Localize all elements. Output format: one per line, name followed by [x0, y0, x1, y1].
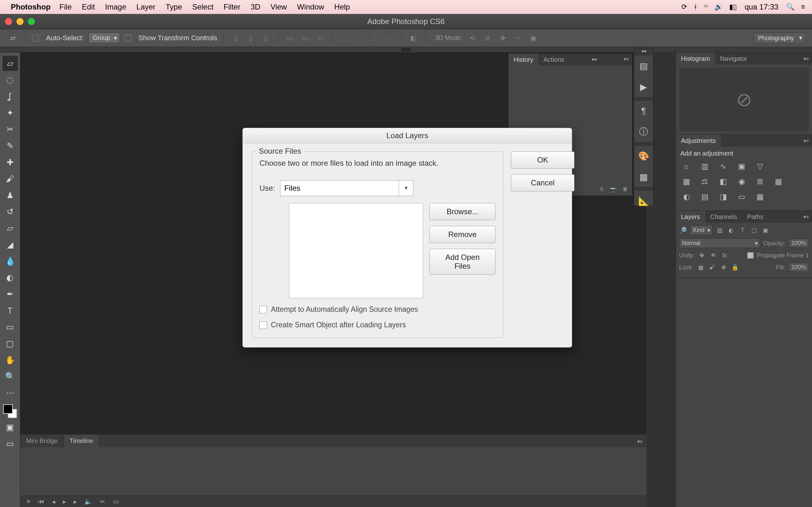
tool-eyedropper[interactable]: ✎ — [3, 138, 18, 153]
tool-eraser[interactable]: ▱ — [3, 221, 18, 236]
unify-visibility-icon[interactable]: 👁 — [709, 251, 717, 260]
adj-selective-color-icon[interactable]: ▦ — [754, 191, 766, 203]
file-list[interactable] — [289, 203, 423, 298]
timeline-prev-frame-icon[interactable]: ◂ — [52, 498, 55, 505]
align-right-icon[interactable]: ▯ — [261, 33, 271, 43]
menu-select[interactable]: Select — [192, 3, 213, 11]
tool-gradient[interactable]: ◢ — [3, 237, 18, 252]
tab-mini-bridge[interactable]: Mini Bridge — [20, 435, 64, 447]
timeline-options-icon[interactable]: ≡ — [27, 498, 31, 505]
dock-collapse-icon[interactable]: ◂◂ — [634, 48, 653, 55]
menu-type[interactable]: Type — [165, 3, 182, 11]
menubar-clock[interactable]: qua 17:33 — [745, 3, 778, 11]
3d-roll-icon[interactable]: ⊘ — [482, 33, 493, 43]
workspace-switcher[interactable]: Photography — [753, 32, 806, 44]
layers-panel-menu-icon[interactable]: ▾≡ — [800, 212, 812, 222]
adj-color-lookup-icon[interactable]: ▦ — [772, 176, 784, 187]
auto-select-dropdown[interactable]: Group — [89, 33, 120, 43]
use-dropdown[interactable]: Files — [280, 180, 413, 196]
align-left-icon[interactable]: ▯ — [230, 33, 241, 43]
tab-adjustments[interactable]: Adjustments — [676, 135, 721, 147]
timeline-next-frame-icon[interactable]: ▸ — [73, 498, 77, 505]
distribute-4-icon[interactable]: ⋯ — [385, 33, 395, 43]
distribute-3-icon[interactable]: ⋮ — [369, 33, 380, 43]
styles-icon[interactable]: ▦ — [634, 166, 653, 187]
quick-mask-toggle[interactable]: ▣ — [3, 419, 18, 435]
layers-filter-type-icon[interactable]: T — [739, 226, 747, 234]
app-menu[interactable]: Photoshop — [11, 3, 50, 11]
align-top-icon[interactable]: ▭ — [285, 33, 295, 43]
adj-gradient-map-icon[interactable]: ▭ — [735, 191, 748, 203]
tab-channels[interactable]: Channels — [705, 211, 742, 223]
current-tool-icon[interactable]: ▱ — [6, 33, 19, 43]
3d-pan-icon[interactable]: ✥ — [497, 33, 508, 43]
history-delete-icon[interactable]: 🗑 — [623, 186, 628, 192]
blend-mode-dropdown[interactable]: Normal — [679, 238, 760, 248]
menu-file[interactable]: File — [59, 3, 72, 11]
tool-blur[interactable]: 💧 — [3, 253, 18, 269]
tool-type[interactable]: T — [3, 303, 18, 318]
adj-bw-icon[interactable]: ◧ — [717, 176, 729, 187]
tab-timeline[interactable]: Timeline — [64, 435, 99, 447]
history-new-doc-icon[interactable]: ⎘ — [600, 186, 604, 192]
history-snapshot-icon[interactable]: 📷 — [610, 186, 616, 192]
info-icon[interactable]: ⓘ — [634, 121, 653, 142]
timeline-split-icon[interactable]: ✂ — [100, 498, 105, 505]
adj-posterize-icon[interactable]: ▤ — [699, 191, 711, 203]
tool-pen[interactable]: ✒ — [3, 286, 18, 302]
adj-hue-icon[interactable]: ▦ — [680, 176, 693, 187]
3d-camera-icon[interactable]: ▣ — [528, 33, 539, 43]
foreground-color-swatch[interactable] — [3, 404, 13, 414]
color-swatches[interactable] — [3, 404, 17, 418]
tool-move[interactable]: ▱ — [3, 56, 18, 71]
distribute-v-icon[interactable]: ⋯ — [354, 33, 365, 43]
tab-actions[interactable]: Actions — [538, 54, 569, 66]
layers-filter-shape-icon[interactable]: ▢ — [750, 226, 758, 234]
tool-healing[interactable]: ✚ — [3, 155, 18, 170]
measure-icon[interactable]: 📐 — [634, 190, 653, 211]
layers-filter-smart-icon[interactable]: ▣ — [761, 226, 769, 234]
fill-value[interactable]: 100% — [789, 263, 809, 272]
bluetooth-icon[interactable]: ᚼ — [693, 3, 698, 11]
unify-position-icon[interactable]: ✥ — [698, 251, 706, 260]
auto-select-checkbox[interactable] — [32, 35, 39, 42]
tab-history[interactable]: History — [508, 54, 538, 66]
tool-history-brush[interactable]: ↺ — [3, 204, 18, 219]
adjustments-panel-menu-icon[interactable]: ▾≡ — [800, 136, 812, 146]
tool-lasso[interactable]: ʆ — [3, 89, 18, 104]
menu-edit[interactable]: Edit — [82, 3, 95, 11]
tab-layers[interactable]: Layers — [676, 211, 705, 223]
layers-filter-search-icon[interactable]: 🔎 — [679, 227, 687, 234]
tab-navigator[interactable]: Navigator — [715, 53, 752, 65]
tab-paths[interactable]: Paths — [742, 211, 768, 223]
adj-vibrance-icon[interactable]: ▽ — [754, 160, 766, 172]
menu-filter[interactable]: Filter — [223, 3, 241, 11]
tool-magic-wand[interactable]: ✦ — [3, 105, 18, 120]
ok-button[interactable]: OK — [511, 152, 574, 169]
tool-crop[interactable]: ✂ — [3, 122, 18, 137]
cancel-button[interactable]: Cancel — [511, 174, 574, 191]
menu-layer[interactable]: Layer — [136, 3, 155, 11]
smart-object-checkbox[interactable] — [259, 321, 267, 329]
spotlight-icon[interactable]: 🔍 — [786, 3, 795, 11]
lock-transparency-icon[interactable]: ▦ — [697, 263, 705, 272]
tool-hand[interactable]: ✋ — [3, 352, 18, 368]
timeline-transition-icon[interactable]: ▭ — [113, 498, 119, 505]
tool-zoom[interactable]: 🔍 — [3, 369, 18, 384]
tool-brush[interactable]: 🖌 — [3, 171, 18, 186]
tool-more[interactable]: ⋯ — [3, 385, 18, 400]
menu-3d[interactable]: 3D — [251, 3, 260, 11]
tool-shape[interactable]: ▢ — [3, 336, 18, 351]
tab-histogram[interactable]: Histogram — [676, 53, 715, 65]
right-dock-collapse-bar[interactable] — [676, 47, 812, 53]
tool-dodge[interactable]: ◐ — [3, 270, 18, 285]
add-open-files-button[interactable]: Add Open Files — [429, 249, 496, 275]
show-transform-checkbox[interactable] — [124, 35, 131, 42]
unify-style-icon[interactable]: fx — [721, 251, 729, 260]
swatches-icon[interactable]: 🎨 — [634, 146, 653, 166]
auto-align-icon[interactable]: ◧ — [408, 33, 419, 43]
adj-color-balance-icon[interactable]: ⚖ — [699, 176, 711, 187]
timeline-first-frame-icon[interactable]: ⏮ — [38, 498, 44, 505]
adj-levels-icon[interactable]: ▥ — [699, 160, 711, 172]
browse-button[interactable]: Browse... — [429, 203, 496, 220]
